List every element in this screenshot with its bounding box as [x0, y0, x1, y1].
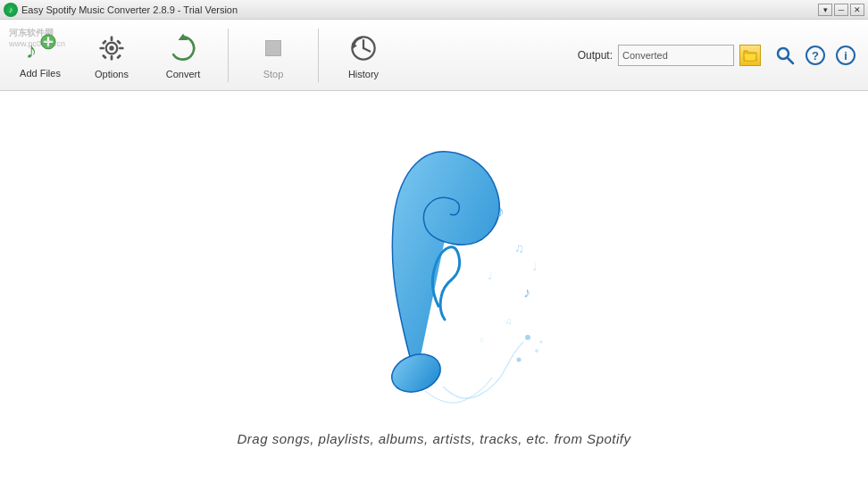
- convert-button[interactable]: Convert: [152, 24, 214, 87]
- toolbar-separator-1: [228, 29, 229, 82]
- svg-text:♩: ♩: [532, 261, 538, 273]
- svg-rect-12: [102, 54, 107, 59]
- svg-line-20: [788, 58, 793, 63]
- svg-point-36: [517, 357, 522, 362]
- output-label: Output:: [578, 49, 613, 62]
- history-button[interactable]: History: [332, 24, 395, 87]
- svg-rect-11: [116, 39, 121, 45]
- search-button[interactable]: [772, 42, 798, 69]
- svg-text:♪: ♪: [497, 203, 505, 220]
- output-input[interactable]: [618, 45, 734, 66]
- app-title: Easy Spotify Music Converter 2.8.9 - Tri…: [21, 4, 238, 15]
- history-icon: [346, 31, 380, 65]
- browse-folder-button[interactable]: [739, 45, 761, 66]
- convert-label: Convert: [166, 69, 201, 79]
- dropdown-btn[interactable]: ▾: [818, 4, 832, 16]
- svg-rect-13: [116, 54, 121, 59]
- help-icon: ?: [805, 45, 826, 66]
- svg-text:?: ?: [812, 49, 819, 62]
- svg-line-17: [363, 48, 370, 52]
- svg-text:i: i: [844, 49, 847, 62]
- stop-label: Stop: [263, 69, 284, 79]
- svg-text:♫: ♫: [505, 316, 513, 326]
- watermark-line2: www.pc0359.cn: [9, 39, 65, 48]
- info-button[interactable]: i: [832, 42, 859, 69]
- svg-point-25: [387, 347, 446, 398]
- app-logo: ♪: [4, 3, 18, 17]
- svg-point-5: [109, 46, 113, 50]
- svg-rect-8: [100, 46, 104, 49]
- title-bar-left: ♪ Easy Spotify Music Converter 2.8.9 - T…: [4, 3, 238, 17]
- toolbar: ♪ Add Files: [0, 20, 868, 91]
- title-bar: ♪ Easy Spotify Music Converter 2.8.9 - T…: [0, 0, 868, 20]
- search-icon: [774, 45, 796, 66]
- convert-icon: [166, 31, 200, 65]
- right-icons: ? i: [772, 42, 859, 69]
- main-content: 河东软件网 www.pc0359.cn: [0, 91, 868, 482]
- svg-text:♫: ♫: [514, 241, 524, 255]
- svg-text:♫: ♫: [479, 336, 484, 344]
- svg-rect-7: [111, 55, 113, 60]
- output-section: Output: ?: [578, 42, 859, 69]
- svg-text:♪: ♪: [470, 191, 474, 201]
- info-icon: i: [835, 45, 856, 66]
- folder-icon: [743, 49, 757, 62]
- history-label: History: [348, 69, 379, 79]
- stop-button[interactable]: Stop: [242, 24, 305, 87]
- options-button[interactable]: Options: [80, 24, 143, 87]
- svg-point-37: [540, 340, 543, 343]
- stop-icon: [256, 31, 290, 65]
- add-files-label: Add Files: [20, 68, 61, 79]
- help-button[interactable]: ?: [802, 42, 829, 69]
- options-icon: [95, 31, 129, 65]
- options-label: Options: [95, 69, 129, 79]
- watermark: 河东软件网 www.pc0359.cn: [9, 27, 65, 48]
- minimize-btn[interactable]: ─: [834, 4, 848, 16]
- svg-point-35: [535, 349, 538, 353]
- music-note-svg: ♪ ♫ ♩ ♪ ♫ ♩ ♪ ♫: [300, 128, 568, 413]
- watermark-line1: 河东软件网: [9, 27, 65, 39]
- svg-text:♪: ♪: [523, 285, 530, 300]
- window-controls[interactable]: ▾ ─ ✕: [818, 4, 864, 16]
- toolbar-separator-2: [318, 29, 319, 82]
- music-illustration: ♪ ♫ ♩ ♪ ♫ ♩ ♪ ♫: [300, 128, 568, 413]
- drag-instruction-text: Drag songs, playlists, albums, artists, …: [238, 431, 631, 446]
- svg-rect-6: [111, 36, 113, 40]
- svg-text:♩: ♩: [488, 270, 493, 282]
- svg-rect-10: [102, 39, 107, 45]
- svg-rect-9: [119, 46, 123, 49]
- close-btn[interactable]: ✕: [850, 4, 864, 16]
- svg-point-34: [525, 335, 530, 340]
